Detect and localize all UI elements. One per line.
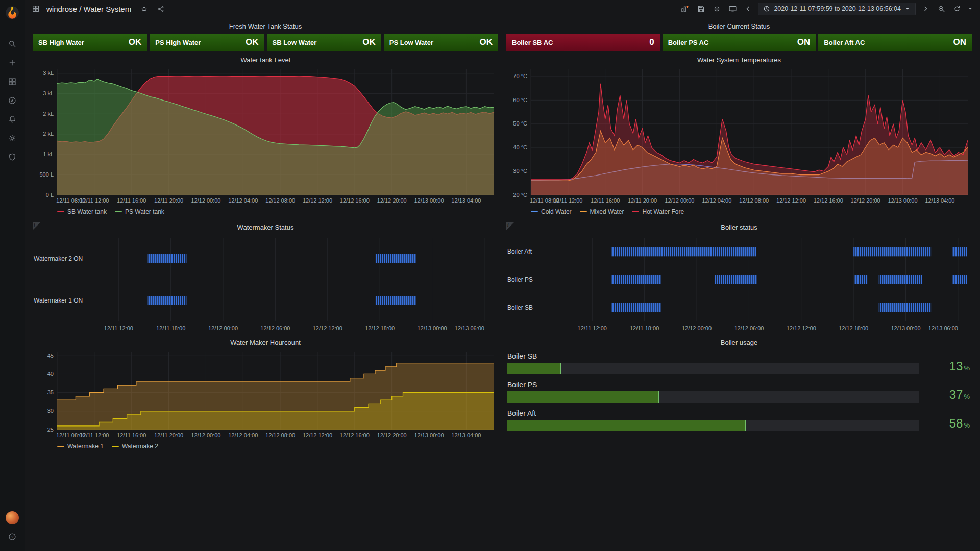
zoom-out-icon <box>937 5 946 13</box>
svg-text:30: 30 <box>47 408 54 414</box>
svg-text:30 °C: 30 °C <box>513 168 527 174</box>
dashboard-settings-button[interactable] <box>710 3 723 15</box>
dashboard-picker-button[interactable] <box>30 3 42 15</box>
svg-text:Watermaker 1 ON: Watermaker 1 ON <box>34 297 83 304</box>
svg-text:12/12 08:00: 12/12 08:00 <box>265 432 295 438</box>
bargauge-track <box>507 391 919 403</box>
legend-series-dash-icon <box>115 211 122 212</box>
panel-info-icon[interactable]: i <box>506 222 514 230</box>
plus-icon <box>8 58 17 67</box>
svg-text:12/13 04:00: 12/13 04:00 <box>451 432 481 438</box>
sidebar-item-dashboards[interactable] <box>0 72 24 91</box>
svg-text:3 kL: 3 kL <box>43 90 54 96</box>
water-temperatures-chart[interactable]: 20 °C30 °C40 °C50 °C60 °C70 °C12/11 08:0… <box>506 65 972 205</box>
stat-boiler-ps-ac[interactable]: Boiler PS ACON <box>663 34 816 51</box>
stat-value: OK <box>362 37 376 47</box>
add-panel-button[interactable] <box>679 3 691 15</box>
sidebar-item-explore[interactable] <box>0 91 24 110</box>
panel-title: Water tank Level <box>33 55 498 65</box>
svg-text:12/11 12:00: 12/11 12:00 <box>578 325 607 331</box>
clock-icon <box>763 5 770 12</box>
stat-sb-high-water[interactable]: SB High WaterOK <box>33 34 147 51</box>
sidebar-item-profile[interactable] <box>0 508 24 527</box>
svg-text:12/12 04:00: 12/12 04:00 <box>228 432 258 438</box>
share-dashboard-button[interactable] <box>155 3 167 15</box>
sidebar-item-alerting[interactable] <box>0 110 24 129</box>
bargauge-label: Boiler SB <box>507 352 919 360</box>
svg-text:500 L: 500 L <box>39 171 54 178</box>
svg-text:20 °C: 20 °C <box>513 192 527 198</box>
svg-text:12/11 18:00: 12/11 18:00 <box>630 325 659 331</box>
bargauge-value: 58% <box>927 418 970 431</box>
bargauge-label: Boiler Aft <box>507 409 919 417</box>
help-icon: ? <box>8 532 17 541</box>
svg-text:12/12 00:00: 12/12 00:00 <box>191 432 220 438</box>
svg-text:12/12 12:00: 12/12 12:00 <box>787 325 816 331</box>
legend-item-watermake-2[interactable]: Watermake 2 <box>112 443 158 450</box>
refresh-button[interactable] <box>951 3 963 15</box>
legend-item-watermake-1[interactable]: Watermake 1 <box>57 443 104 450</box>
zoom-out-button[interactable] <box>935 3 947 15</box>
time-forward-button[interactable] <box>919 3 932 15</box>
legend-item-cold-water[interactable]: Cold Water <box>531 208 572 215</box>
stat-label: SB Low Water <box>273 39 317 46</box>
stat-label: PS High Water <box>155 39 201 46</box>
svg-text:12/12 00:00: 12/12 00:00 <box>191 197 220 204</box>
legend-item-sb-water-tank[interactable]: SB Water tank <box>57 208 107 215</box>
bell-icon <box>8 115 17 124</box>
add-panel-icon <box>680 4 690 13</box>
hourcount-chart[interactable]: 253035404512/11 08:0012/11 12:0012/11 16… <box>33 348 498 440</box>
legend-series-dash-icon <box>112 446 119 447</box>
svg-text:12/12 08:00: 12/12 08:00 <box>265 197 295 204</box>
stat-ps-low-water[interactable]: PS Low WaterOK <box>384 34 498 51</box>
svg-text:12/13 00:00: 12/13 00:00 <box>414 197 444 204</box>
star-dashboard-button[interactable] <box>138 3 150 15</box>
time-range-picker[interactable]: 2020-12-11 07:59:59 to 2020-12-13 06:56:… <box>758 3 916 15</box>
stat-value: OK <box>480 37 493 47</box>
svg-text:12/12 20:00: 12/12 20:00 <box>377 197 407 204</box>
bargauge-row-boiler-sb[interactable]: Boiler SB13% <box>507 352 970 374</box>
boiler-usage-bargauge[interactable]: Boiler SB13%Boiler PS37%Boiler Aft58% <box>506 348 972 431</box>
svg-text:12/13 04:00: 12/13 04:00 <box>451 197 481 204</box>
save-dashboard-button[interactable] <box>695 3 707 15</box>
sidebar-item-home[interactable] <box>0 3 24 22</box>
svg-text:12/13 04:00: 12/13 04:00 <box>925 197 954 204</box>
legend-item-mixed-water[interactable]: Mixed Water <box>580 208 624 215</box>
svg-text:12/12 12:00: 12/12 12:00 <box>776 197 806 204</box>
panel-fresh-water-tank-status: Fresh Water Tank Status SB High WaterOKP… <box>33 21 498 51</box>
chart-legend: Watermake 1Watermake 2 <box>33 440 498 453</box>
svg-text:12/11 20:00: 12/11 20:00 <box>154 197 183 204</box>
time-back-button[interactable] <box>742 3 754 15</box>
sidebar-item-help[interactable]: ? <box>0 527 24 546</box>
sidebar-item-server-admin[interactable] <box>0 147 24 166</box>
stat-group-boiler-current: Boiler SB AC0Boiler PS ACONBoiler Aft AC… <box>506 34 972 51</box>
tv-mode-button[interactable] <box>726 3 739 15</box>
panel-water-tank-level: Water tank Level 0 L500 L1 kL2 kL2 kL3 k… <box>33 55 498 218</box>
svg-text:Watermaker 2 ON: Watermaker 2 ON <box>34 255 83 262</box>
stat-boiler-sb-ac[interactable]: Boiler SB AC0 <box>506 34 660 51</box>
sidebar-item-create[interactable] <box>0 53 24 72</box>
watermaker-status-timeline[interactable]: 12/11 12:0012/11 18:0012/12 00:0012/12 0… <box>33 233 498 334</box>
bargauge-row-boiler-aft[interactable]: Boiler Aft58% <box>507 409 970 431</box>
dashboard-title[interactable]: windrose / Water System <box>46 5 131 13</box>
refresh-icon <box>953 5 961 13</box>
sidebar-item-configuration[interactable] <box>0 129 24 147</box>
panel-title: Water System Temperatures <box>506 55 972 65</box>
compass-icon <box>8 96 17 105</box>
monitor-icon <box>728 5 737 13</box>
svg-text:12/11 16:00: 12/11 16:00 <box>117 197 146 204</box>
legend-item-ps-water-tank[interactable]: PS Water tank <box>115 208 164 215</box>
stat-boiler-aft-ac[interactable]: Boiler Aft ACON <box>818 34 972 51</box>
panel-title: Boiler Current Status <box>506 21 972 32</box>
stat-ps-high-water[interactable]: PS High WaterOK <box>150 34 264 51</box>
sidebar-item-search[interactable] <box>0 34 24 53</box>
legend-item-hot-water-fore[interactable]: Hot Water Fore <box>632 208 684 215</box>
panel-info-icon[interactable]: i <box>33 222 40 230</box>
stat-sb-low-water[interactable]: SB Low WaterOK <box>267 34 381 51</box>
bargauge-row-boiler-ps[interactable]: Boiler PS37% <box>507 381 970 403</box>
svg-text:12/12 00:00: 12/12 00:00 <box>682 325 712 331</box>
water-tank-level-chart[interactable]: 0 L500 L1 kL2 kL2 kL3 kL3 kL12/11 08:001… <box>33 65 498 205</box>
svg-text:0 L: 0 L <box>46 192 54 198</box>
refresh-interval-button[interactable] <box>967 3 974 15</box>
boiler-status-timeline[interactable]: 12/11 12:0012/11 18:0012/12 00:0012/12 0… <box>506 233 972 334</box>
